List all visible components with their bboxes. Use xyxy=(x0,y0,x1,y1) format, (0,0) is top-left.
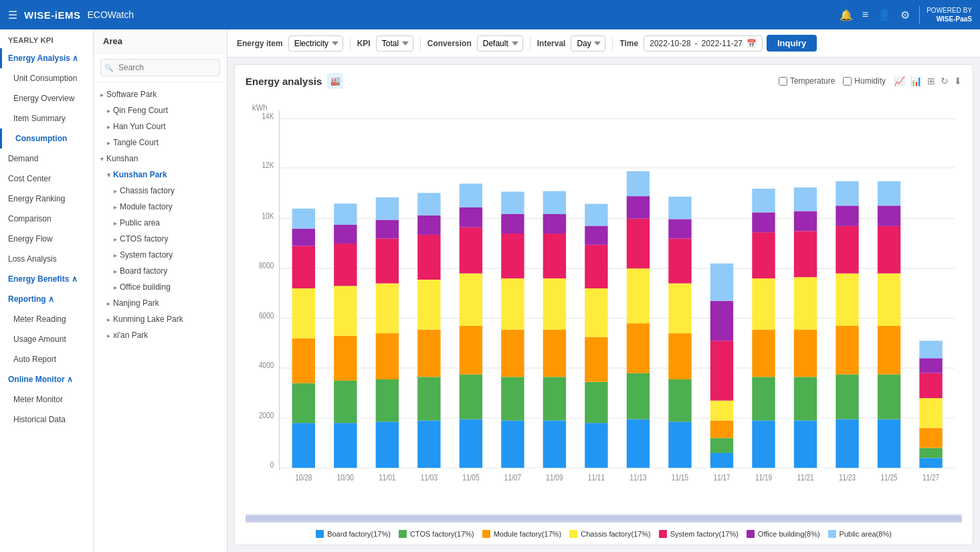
bar-board-11/03[interactable] xyxy=(417,420,440,468)
bar-board-11/11[interactable] xyxy=(585,423,607,468)
bar-chassis-10/28[interactable] xyxy=(292,288,315,339)
bar-system-10/28[interactable] xyxy=(292,246,315,288)
bar-ctos-11/19[interactable] xyxy=(752,377,775,420)
bar-module-11/21[interactable] xyxy=(794,329,817,377)
bar-ctos-11/07[interactable] xyxy=(501,377,524,420)
bell-icon[interactable]: 🔔 xyxy=(840,9,853,21)
tree-item-chassis-factory[interactable]: ▸ Chassis factory xyxy=(94,183,227,199)
bar-system-11/25[interactable] xyxy=(878,226,900,274)
conversion-select[interactable]: Default xyxy=(477,35,523,52)
bar-board-11/15[interactable] xyxy=(668,422,691,468)
bar-board-11/05[interactable] xyxy=(460,420,482,468)
tree-item-kunshan[interactable]: ▾ Kunshan xyxy=(94,151,227,167)
bar-ctos-11/05[interactable] xyxy=(460,375,482,420)
refresh-icon[interactable]: ↻ xyxy=(941,76,949,86)
bar-board-11/17[interactable] xyxy=(710,453,733,468)
bar-office-11/25[interactable] xyxy=(878,205,900,226)
bar-system-11/07[interactable] xyxy=(501,234,524,278)
bar-module-11/25[interactable] xyxy=(878,326,900,375)
bar-ctos-11/17[interactable] xyxy=(710,438,733,453)
bar-chassis-11/05[interactable] xyxy=(460,274,482,326)
sidebar-item-online-monitor[interactable]: Online Monitor ∧ xyxy=(0,369,93,389)
interval-select[interactable]: Day xyxy=(571,35,605,52)
sidebar-item-reporting[interactable]: Reporting ∧ xyxy=(0,289,93,309)
tree-item-public-area[interactable]: ▸ Public area xyxy=(94,215,227,231)
bar-office-11/21[interactable] xyxy=(794,211,817,232)
bar-system-11/15[interactable] xyxy=(668,238,691,283)
list-icon[interactable]: ≡ xyxy=(862,9,868,21)
bar-module-11/13[interactable] xyxy=(627,323,650,373)
bar-public-11/17[interactable] xyxy=(710,264,733,301)
tree-item-office-building[interactable]: ▸ Office building xyxy=(94,279,227,295)
bar-ctos-11/13[interactable] xyxy=(627,373,650,420)
bar-chassis-11/17[interactable] xyxy=(710,401,733,421)
bar-ctos-11/09[interactable] xyxy=(543,377,566,420)
area-search-input[interactable] xyxy=(100,59,220,76)
user-icon[interactable]: 👤 xyxy=(878,9,891,21)
bar-chassis-11/09[interactable] xyxy=(543,278,566,329)
bar-office-11/09[interactable] xyxy=(543,214,566,234)
sidebar-item-cost-center[interactable]: Cost Center xyxy=(0,169,93,189)
bar-chart-icon[interactable]: 📊 xyxy=(910,76,922,86)
bar-chassis-10/30[interactable] xyxy=(334,286,357,336)
download-icon[interactable]: ⬇ xyxy=(954,76,962,86)
bar-system-11/19[interactable] xyxy=(752,232,775,278)
bar-public-10/28[interactable] xyxy=(292,209,315,229)
bar-chassis-11/19[interactable] xyxy=(752,278,775,329)
chart-scrollbar[interactable] xyxy=(246,514,962,523)
tree-item-tangle-court[interactable]: ▸ Tangle Court xyxy=(94,134,227,151)
bar-board-11/27[interactable] xyxy=(919,458,942,468)
bar-module-11/17[interactable] xyxy=(710,420,733,438)
sidebar-item-meter-reading[interactable]: Meter Reading xyxy=(0,309,93,329)
bar-board-11/01[interactable] xyxy=(376,422,399,468)
bar-public-11/13[interactable] xyxy=(627,171,650,196)
sidebar-item-historical-data[interactable]: Historical Data xyxy=(0,409,93,430)
bar-public-10/30[interactable] xyxy=(334,203,357,225)
bar-public-11/09[interactable] xyxy=(543,191,566,214)
bar-public-11/05[interactable] xyxy=(460,184,482,207)
bar-ctos-11/15[interactable] xyxy=(668,379,691,422)
sidebar-item-energy-analysis[interactable]: Energy Analysis ∧ xyxy=(0,48,93,68)
bar-chassis-11/23[interactable] xyxy=(836,274,858,326)
bar-office-11/05[interactable] xyxy=(460,207,482,227)
bar-office-10/28[interactable] xyxy=(292,229,315,246)
bar-module-11/19[interactable] xyxy=(752,329,775,377)
bar-module-11/03[interactable] xyxy=(417,329,440,377)
bar-system-11/11[interactable] xyxy=(585,245,607,288)
tree-item-han-yun-court[interactable]: ▸ Han Yun Court xyxy=(94,118,227,134)
bar-public-11/07[interactable] xyxy=(501,191,524,214)
bar-board-11/07[interactable] xyxy=(501,420,524,468)
bar-ctos-11/27[interactable] xyxy=(919,448,942,458)
bar-module-11/07[interactable] xyxy=(501,329,524,377)
bar-system-11/27[interactable] xyxy=(919,373,942,398)
bar-ctos-11/21[interactable] xyxy=(794,377,817,420)
sidebar-item-consumption[interactable]: Consumption xyxy=(0,128,93,149)
kpi-select[interactable]: Total xyxy=(376,35,413,52)
bar-system-11/09[interactable] xyxy=(543,234,566,278)
bar-board-10/28[interactable] xyxy=(292,423,315,468)
bar-system-11/01[interactable] xyxy=(376,238,399,283)
bar-chassis-11/11[interactable] xyxy=(585,288,607,337)
bar-chassis-11/03[interactable] xyxy=(417,280,440,330)
bar-module-11/27[interactable] xyxy=(919,428,942,448)
bar-ctos-11/01[interactable] xyxy=(376,379,399,422)
menu-icon[interactable]: ☰ xyxy=(8,9,17,21)
bar-public-11/21[interactable] xyxy=(794,187,817,211)
sidebar-item-unit-consumption[interactable]: Unit Consumption xyxy=(0,68,93,88)
tree-item-system-factory[interactable]: ▸ System factory xyxy=(94,247,227,263)
bar-ctos-11/23[interactable] xyxy=(836,375,858,420)
bar-office-11/11[interactable] xyxy=(585,225,607,244)
tree-item-software-park[interactable]: ▸ Software Park xyxy=(94,86,227,102)
bar-chassis-11/21[interactable] xyxy=(794,277,817,329)
line-chart-icon[interactable]: 📈 xyxy=(894,76,905,86)
inquiry-button[interactable]: Inquiry xyxy=(767,35,817,52)
bar-office-11/15[interactable] xyxy=(668,219,691,238)
sidebar-item-loss-analysis[interactable]: Loss Analysis xyxy=(0,249,93,269)
bar-system-11/23[interactable] xyxy=(836,226,858,274)
tree-item-nanjing-park[interactable]: ▸ Nanjing Park xyxy=(94,295,227,311)
bar-office-10/30[interactable] xyxy=(334,225,357,244)
bar-system-11/17[interactable] xyxy=(710,341,733,400)
settings-icon[interactable]: ⚙ xyxy=(900,9,910,21)
sidebar-item-demand[interactable]: Demand xyxy=(0,149,93,169)
bar-public-11/23[interactable] xyxy=(836,181,858,206)
